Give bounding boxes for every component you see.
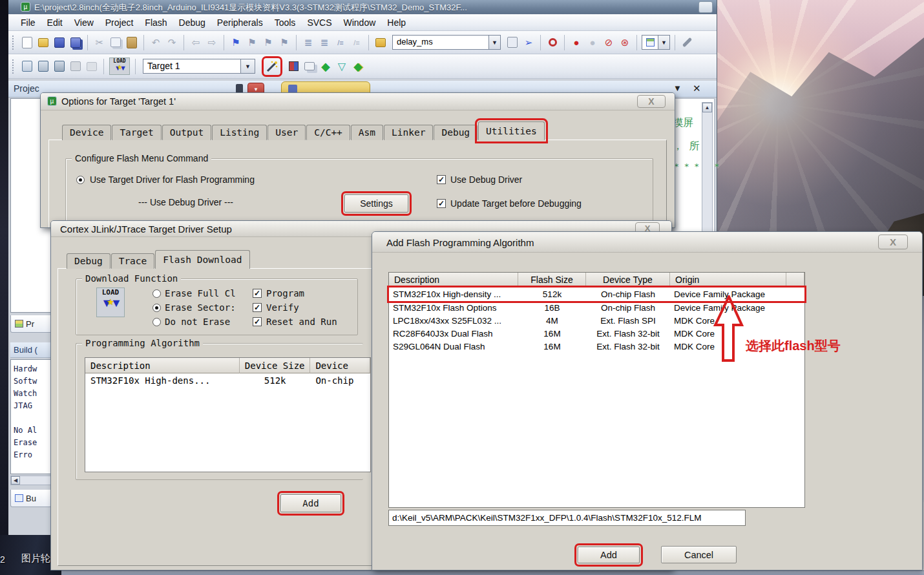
search-input[interactable]: delay_ms: [392, 35, 489, 50]
reset-run-label[interactable]: Reset and Run: [266, 317, 337, 327]
options-close-icon[interactable]: X: [637, 95, 666, 108]
undo-icon[interactable]: ↶: [149, 36, 163, 50]
col-device-type[interactable]: Device: [310, 358, 370, 373]
rebuild-icon[interactable]: [52, 59, 67, 74]
use-target-driver-radio[interactable]: [76, 176, 85, 184]
flash-file-path-input[interactable]: d:\Keil_v5\ARM\PACK\Keil\STM32F1xx_DFP\1…: [388, 510, 746, 526]
menu-window[interactable]: Window: [338, 16, 382, 30]
functions-window-icon[interactable]: ◆: [351, 59, 365, 74]
menu-help[interactable]: Help: [381, 16, 412, 30]
uncomment-icon[interactable]: /≡: [350, 36, 364, 50]
menu-flash[interactable]: Flash: [139, 16, 173, 30]
find-in-files-icon[interactable]: [505, 36, 520, 50]
verify-checkbox[interactable]: ✓: [253, 303, 262, 312]
jlink-add-button[interactable]: Add: [280, 494, 341, 512]
toolbar-grip[interactable]: [12, 59, 16, 74]
erase-sectors-label[interactable]: Erase Sector:: [165, 302, 236, 313]
window-layout-icon[interactable]: [642, 35, 658, 50]
tab-device[interactable]: Device: [62, 125, 111, 140]
program-checkbox[interactable]: ✓: [253, 289, 262, 298]
menu-debug[interactable]: Debug: [173, 16, 211, 30]
erase-full-chip-radio[interactable]: [152, 289, 161, 298]
unindent-icon[interactable]: ≣: [317, 36, 331, 50]
menu-edit[interactable]: Edit: [41, 16, 68, 30]
desktop-icon-label[interactable]: 图片轮: [21, 552, 50, 565]
target-dropdown-icon[interactable]: ▼: [241, 59, 255, 74]
tab-target[interactable]: Target: [112, 125, 161, 140]
use-debug-driver-checkbox[interactable]: ✓: [437, 175, 446, 184]
minimize-button[interactable]: [698, 1, 713, 13]
target-select-value[interactable]: Target 1: [143, 59, 241, 74]
col-description[interactable]: Description: [85, 358, 240, 373]
use-target-driver-label[interactable]: Use Target Driver for Flash Programming: [90, 174, 255, 185]
erase-sectors-radio[interactable]: [152, 304, 161, 312]
add-flash-add-button[interactable]: Add: [578, 547, 640, 563]
open-project-icon[interactable]: [373, 36, 388, 50]
batch-build-icon[interactable]: [68, 59, 83, 74]
breakpoint-icon[interactable]: ●: [569, 36, 583, 50]
bookmark-icon[interactable]: ⚑: [229, 36, 243, 50]
indent-icon[interactable]: ≣: [301, 36, 315, 50]
menu-project[interactable]: Project: [100, 16, 140, 30]
update-target-checkbox[interactable]: ✓: [437, 199, 446, 208]
algorithm-table[interactable]: Description Device Size Device STM32F10x…: [85, 357, 371, 472]
project-window-icon[interactable]: ◆: [319, 59, 333, 74]
verify-label[interactable]: Verify: [266, 302, 299, 313]
open-folder-icon[interactable]: [36, 36, 50, 50]
options-for-target-icon[interactable]: [265, 59, 279, 74]
algorithm-row[interactable]: STM32F10x High-dens... 512k On-chip: [85, 373, 370, 388]
cut-icon[interactable]: ✂: [92, 36, 107, 50]
pane-menu-icon[interactable]: ▼: [673, 83, 682, 93]
tab-utilities[interactable]: Utilities: [478, 121, 545, 140]
save-icon[interactable]: [52, 36, 67, 50]
tab-flash-download[interactable]: Flash Download: [155, 250, 249, 269]
search-icon[interactable]: [545, 36, 560, 50]
col-device-type[interactable]: Device Type: [586, 273, 670, 288]
tab-output[interactable]: Output: [162, 125, 211, 140]
manage-components-icon[interactable]: [286, 59, 300, 74]
books-window-icon[interactable]: ▽: [335, 59, 349, 74]
breakpoint-enable-all-icon[interactable]: ⊛: [618, 36, 632, 50]
tab-cpp[interactable]: C/C++: [306, 125, 350, 140]
window-layout-combo[interactable]: ▼: [642, 35, 670, 50]
scroll-up-icon[interactable]: ▲: [702, 103, 712, 112]
breakpoint-kill-icon[interactable]: ⊘: [602, 36, 616, 50]
settings-button[interactable]: Settings: [344, 194, 408, 213]
search-dropdown-icon[interactable]: ▼: [489, 35, 501, 50]
run-to-cursor-icon[interactable]: ➢: [521, 36, 536, 50]
tab-linker[interactable]: Linker: [384, 125, 433, 140]
pane-close-icon[interactable]: ✕: [693, 83, 701, 94]
bookmark-prev-icon[interactable]: ⚑: [245, 36, 259, 50]
tab-jlink-trace[interactable]: Trace: [111, 253, 155, 269]
toolbar-grip[interactable]: [12, 36, 16, 50]
tab-jlink-debug[interactable]: Debug: [67, 253, 110, 269]
save-all-icon[interactable]: [68, 36, 83, 50]
update-target-label[interactable]: Update Target before Debugging: [450, 198, 582, 209]
build-icon[interactable]: [36, 59, 50, 74]
configure-icon[interactable]: [680, 36, 694, 50]
erase-full-chip-label[interactable]: Erase Full Cl: [165, 288, 236, 298]
add-flash-cancel-button[interactable]: Cancel: [661, 546, 737, 563]
manage-layers-icon[interactable]: [302, 59, 317, 74]
col-description[interactable]: Description: [389, 273, 518, 288]
col-flash-size[interactable]: Flash Size: [518, 273, 586, 288]
options-dialog-titlebar[interactable]: µ Options for Target 'Target 1' X: [41, 93, 675, 110]
search-combo[interactable]: delay_ms ▼: [392, 35, 501, 50]
translate-icon[interactable]: [20, 59, 34, 74]
navigate-back-icon[interactable]: ⇦: [189, 36, 203, 50]
tab-user[interactable]: User: [268, 125, 306, 140]
add-flash-titlebar[interactable]: Add Flash Programming Algorithm X: [372, 232, 922, 253]
redo-icon[interactable]: ↷: [165, 36, 179, 50]
breakpoint-disable-icon[interactable]: ●: [585, 36, 600, 50]
col-device-size[interactable]: Device Size: [240, 358, 310, 373]
download-icon[interactable]: LOAD ▼▼ ★: [109, 58, 131, 76]
program-label[interactable]: Program: [266, 288, 304, 298]
tab-build-output[interactable]: Bu: [10, 490, 52, 507]
reset-run-checkbox[interactable]: ✓: [253, 317, 262, 326]
bookmark-clear-icon[interactable]: ⚑: [277, 36, 291, 50]
tab-debug[interactable]: Debug: [434, 125, 478, 140]
menu-svcs[interactable]: SVCS: [301, 16, 337, 30]
scroll-left-icon[interactable]: ◀: [11, 476, 20, 485]
use-debug-driver-label[interactable]: Use Debug Driver: [450, 174, 522, 185]
tab-listing[interactable]: Listing: [212, 125, 267, 140]
